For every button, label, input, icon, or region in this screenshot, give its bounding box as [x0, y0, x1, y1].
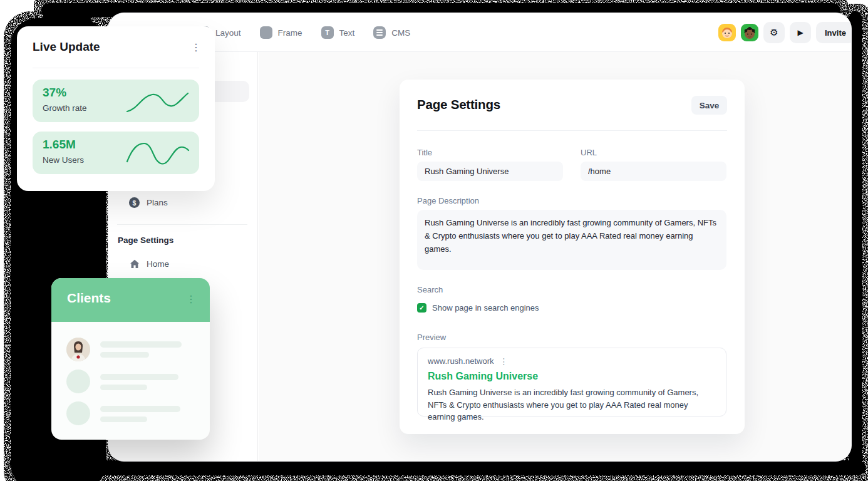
toolbar: Layout Frame T Text CMS: [108, 13, 851, 52]
client-portrait: [66, 338, 90, 361]
settings-button[interactable]: ⚙: [763, 22, 785, 43]
sidebar-divider: [117, 224, 247, 225]
preview-result-description: Rush Gaming Universe is an incredibly fa…: [428, 386, 711, 423]
page-root: Layout Frame T Text CMS: [0, 0, 868, 481]
clients-card-header: Clients ⋮: [51, 278, 210, 322]
tool-layout-label: Layout: [215, 28, 241, 38]
live-update-kebab-icon[interactable]: ⋮: [191, 41, 201, 53]
title-input[interactable]: [417, 162, 563, 181]
client-avatar-placeholder: [66, 401, 90, 425]
preview-section-label: Preview: [417, 333, 446, 342]
avatar-user-2[interactable]: [741, 24, 758, 41]
preview-domain-row: www.rush.network ⋮: [428, 356, 716, 366]
page-settings-panel: Page Settings Save Title URL Page Descri…: [400, 80, 745, 434]
stat-tile-growth: 37% Growth rate: [33, 80, 199, 122]
avatar-user-1[interactable]: [718, 24, 736, 41]
new-users-value: 1.65M: [43, 138, 76, 152]
invite-button[interactable]: Invite: [816, 22, 852, 43]
frame-icon: [260, 26, 272, 39]
checkbox-checked-icon[interactable]: ✓: [417, 303, 426, 313]
tool-frame-label: Frame: [278, 28, 302, 38]
client-name-skeleton: [100, 406, 180, 412]
client-sub-skeleton: [100, 385, 147, 390]
stat-tile-new-users: 1.65M New Users: [33, 132, 199, 174]
preview-domain: www.rush.network: [428, 356, 493, 366]
text-icon: T: [321, 26, 334, 39]
tool-text[interactable]: T Text: [321, 26, 355, 39]
growth-rate-label: Growth rate: [43, 103, 87, 113]
search-engine-checkbox-row[interactable]: ✓ Show page in search engines: [417, 303, 539, 313]
search-checkbox-label: Show page in search engines: [432, 303, 539, 313]
growth-sparkline: [125, 87, 190, 115]
toolbar-tools: Layout Frame T Text CMS: [197, 13, 410, 52]
app-window: Layout Frame T Text CMS: [108, 13, 852, 462]
live-update-title: Live Update: [33, 40, 100, 54]
client-name-skeleton: [100, 374, 178, 380]
tool-cms-label: CMS: [391, 28, 410, 38]
sidebar-plans-label: Plans: [147, 198, 168, 207]
save-button[interactable]: Save: [691, 96, 727, 115]
sidebar-home-label: Home: [147, 259, 169, 269]
clients-title: Clients: [67, 291, 111, 306]
play-icon: ▶: [797, 28, 803, 37]
url-field-label: URL: [581, 148, 597, 157]
client-avatar-placeholder: [66, 370, 90, 393]
sidebar-item-plans[interactable]: $ Plans: [129, 197, 168, 208]
client-sub-skeleton: [100, 416, 147, 422]
tool-cms[interactable]: CMS: [373, 26, 410, 39]
cms-icon: [373, 26, 386, 39]
title-field-label: Title: [417, 148, 432, 157]
live-update-card: Live Update ⋮ 37% Growth rate 1.65M New …: [17, 26, 215, 191]
description-textarea[interactable]: Rush Gaming Universe is an incredibly fa…: [417, 210, 726, 270]
person-emoji-avatar: [741, 24, 758, 41]
home-icon: [130, 259, 140, 269]
preview-play-button[interactable]: ▶: [790, 22, 811, 43]
clients-kebab-icon[interactable]: ⋮: [186, 293, 196, 305]
live-update-divider: [33, 68, 199, 68]
search-section-label: Search: [417, 285, 443, 294]
panel-title: Page Settings: [417, 97, 500, 112]
baby-emoji-avatar: [718, 24, 736, 41]
clients-card: Clients ⋮: [51, 278, 210, 440]
new-users-label: New Users: [43, 155, 84, 165]
url-input[interactable]: [581, 162, 726, 181]
panel-divider: [417, 130, 727, 131]
growth-rate-value: 37%: [43, 86, 66, 100]
description-field-label: Page Description: [417, 196, 479, 205]
tool-text-label: Text: [339, 28, 355, 38]
toolbar-right: ⚙ ▶ Invite: [718, 22, 852, 43]
search-preview-card: www.rush.network ⋮ Rush Gaming Universe …: [417, 348, 726, 416]
preview-result-title[interactable]: Rush Gaming Universe: [428, 371, 716, 382]
client-avatar-photo: [66, 338, 90, 361]
client-sub-skeleton: [100, 352, 149, 358]
preview-kebab-icon[interactable]: ⋮: [499, 357, 508, 366]
gear-icon: ⚙: [770, 27, 778, 38]
dollar-icon: $: [129, 197, 140, 208]
new-users-sparkline: [125, 139, 190, 167]
tool-frame[interactable]: Frame: [260, 26, 302, 39]
sidebar-section-title: Page Settings: [118, 235, 173, 245]
client-name-skeleton: [100, 341, 182, 348]
sidebar-item-home[interactable]: Home: [130, 259, 169, 269]
